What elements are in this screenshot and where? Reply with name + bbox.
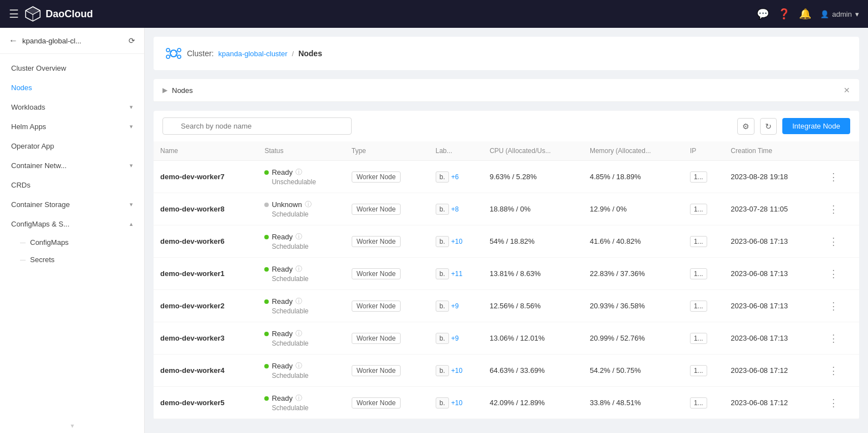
help-icon[interactable]: ❓ [778, 8, 790, 20]
notification-icon[interactable]: 🔔 [799, 8, 811, 20]
label-more[interactable]: +10 [451, 399, 462, 407]
sidebar-item-configmaps-s[interactable]: ConfigMaps & S... ▴ [0, 214, 144, 234]
cell-labels: b. +10 [429, 355, 483, 387]
user-avatar-icon: 👤 [820, 10, 829, 18]
cell-labels: b. +10 [429, 387, 483, 419]
search-input[interactable] [162, 117, 352, 135]
info-icon[interactable]: ⓘ [295, 297, 302, 306]
sidebar-item-cluster-overview[interactable]: Cluster Overview [0, 58, 144, 78]
label-badge: b. [436, 301, 449, 312]
info-icon[interactable]: ⓘ [305, 200, 312, 209]
cell-creation-time: 2023-06-08 17:13 [724, 258, 818, 290]
creation-time-value: 2023-06-08 17:13 [731, 269, 788, 278]
cell-memory: 20.93% / 36.58% [583, 290, 683, 322]
row-more-button[interactable]: ⋮ [825, 396, 842, 410]
label-more[interactable]: +6 [451, 173, 459, 181]
label-badge: b. [436, 171, 449, 183]
node-name[interactable]: demo-dev-worker3 [160, 334, 225, 342]
sidebar-sub-item-secrets[interactable]: Secrets [0, 251, 144, 268]
banner-close-icon[interactable]: ✕ [844, 86, 850, 95]
sidebar-refresh-icon[interactable]: ⟳ [129, 36, 135, 45]
ip-badge: 1... [690, 268, 707, 279]
sidebar-item-container-storage[interactable]: Container Storage ▾ [0, 195, 144, 214]
memory-value: 20.99% / 52.76% [590, 334, 645, 342]
refresh-button[interactable]: ↻ [760, 118, 777, 135]
sidebar-sub-item-configmaps[interactable]: ConfigMaps [0, 234, 144, 251]
nodes-banner-section: ▶ Nodes ✕ [154, 79, 859, 102]
sidebar-item-nodes[interactable]: Nodes [0, 78, 144, 97]
cell-labels: b. +6 [429, 161, 483, 193]
node-name[interactable]: demo-dev-worker1 [160, 269, 225, 278]
info-icon[interactable]: ⓘ [295, 264, 302, 274]
cell-status: Ready ⓘ Schedulable [258, 322, 344, 355]
status-text: Ready [272, 168, 293, 176]
cell-creation-time: 2023-06-08 17:13 [724, 322, 818, 355]
expand-icon: ▾ [130, 104, 133, 111]
info-icon[interactable]: ⓘ [295, 232, 302, 242]
col-labels: Lab... [429, 141, 483, 161]
col-actions [818, 141, 859, 161]
sidebar-item-helm-apps[interactable]: Helm Apps ▾ [0, 117, 144, 136]
label-more[interactable]: +10 [451, 238, 462, 245]
cell-actions: ⋮ [818, 258, 859, 290]
row-more-button[interactable]: ⋮ [825, 363, 842, 378]
sidebar-item-crds[interactable]: CRDs [0, 175, 144, 195]
row-more-button[interactable]: ⋮ [825, 170, 842, 184]
info-icon[interactable]: ⓘ [295, 361, 302, 371]
label-more[interactable]: +8 [451, 205, 459, 213]
nodes-banner-title: Nodes [172, 86, 839, 95]
node-name[interactable]: demo-dev-worker6 [160, 237, 225, 245]
label-badge: b. [436, 204, 449, 215]
breadcrumb-cluster-label: Cluster: [187, 49, 214, 58]
node-name[interactable]: demo-dev-worker5 [160, 398, 225, 407]
cell-status: Ready ⓘ Schedulable [258, 355, 344, 387]
nodes-table-section: 🔍 ⚙ ↻ Integrate Node Name Status Type La… [154, 111, 859, 419]
user-menu[interactable]: 👤 admin ▾ [820, 10, 859, 18]
status-sub: Schedulable [264, 210, 338, 218]
cell-ip: 1... [683, 225, 724, 258]
node-name[interactable]: demo-dev-worker7 [160, 173, 225, 181]
cell-cpu: 13.06% / 12.01% [483, 322, 583, 355]
chat-icon[interactable]: 💬 [757, 8, 769, 20]
creation-time-value: 2023-08-28 19:18 [731, 173, 788, 181]
info-icon[interactable]: ⓘ [295, 329, 302, 338]
sidebar-item-operator-app[interactable]: Operator App [0, 136, 144, 156]
info-icon[interactable]: ⓘ [295, 168, 302, 177]
sidebar-item-label: Cluster Overview [11, 64, 66, 72]
row-more-button[interactable]: ⋮ [825, 267, 842, 281]
label-badge: b. [436, 365, 449, 376]
node-name[interactable]: demo-dev-worker2 [160, 302, 225, 310]
label-more[interactable]: +11 [451, 270, 462, 278]
label-more[interactable]: +9 [451, 334, 459, 342]
cell-creation-time: 2023-08-28 19:18 [724, 161, 818, 193]
breadcrumb-cluster-name[interactable]: kpanda-global-cluster [218, 50, 287, 58]
sidebar-sub-item-label: Secrets [30, 255, 55, 264]
row-more-button[interactable]: ⋮ [825, 299, 842, 313]
cell-name: demo-dev-worker7 [154, 161, 258, 193]
table-row: demo-dev-worker6 Ready ⓘ Schedulable Wor… [154, 225, 859, 258]
cell-creation-time: 2023-06-08 17:13 [724, 225, 818, 258]
back-button[interactable]: ← [9, 36, 18, 46]
type-badge: Worker Node [352, 301, 401, 312]
settings-button[interactable]: ⚙ [737, 118, 754, 135]
cell-actions: ⋮ [818, 387, 859, 419]
brand-name: DaoCloud [46, 8, 93, 20]
cpu-value: 12.56% / 8.56% [490, 302, 541, 310]
memory-value: 33.8% / 48.51% [590, 398, 641, 407]
label-more[interactable]: +9 [451, 302, 459, 310]
node-name[interactable]: demo-dev-worker4 [160, 366, 225, 375]
row-more-button[interactable]: ⋮ [825, 234, 842, 249]
row-more-button[interactable]: ⋮ [825, 202, 842, 216]
sidebar-item-workloads[interactable]: Workloads ▾ [0, 97, 144, 117]
sidebar-item-container-netw[interactable]: Container Netw... ▾ [0, 156, 144, 175]
hamburger-menu[interactable]: ☰ [9, 7, 19, 21]
type-badge: Worker Node [352, 268, 401, 279]
banner-expand-icon[interactable]: ▶ [162, 86, 167, 94]
ip-badge: 1... [690, 301, 707, 312]
integrate-node-button[interactable]: Integrate Node [782, 118, 850, 134]
table-header-row: Name Status Type Lab... CPU (Allocated/U… [154, 141, 859, 161]
label-more[interactable]: +10 [451, 367, 462, 375]
row-more-button[interactable]: ⋮ [825, 331, 842, 346]
info-icon[interactable]: ⓘ [295, 393, 302, 403]
node-name[interactable]: demo-dev-worker8 [160, 205, 225, 213]
